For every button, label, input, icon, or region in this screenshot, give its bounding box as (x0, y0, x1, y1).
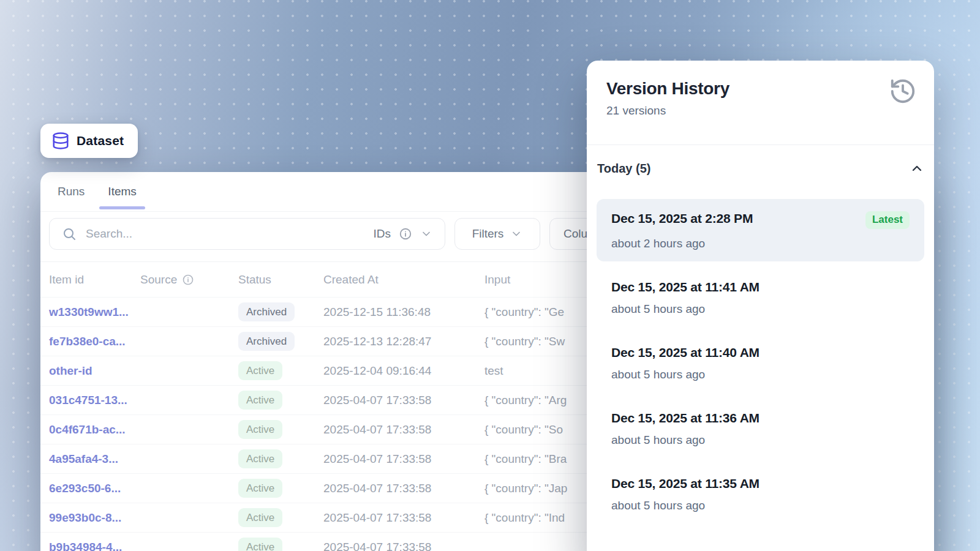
version-entry[interactable]: Dec 15, 2025 at 2:28 PM Latest about 2 h… (597, 199, 924, 261)
created-at-cell: 2025-04-07 17:33:58 (323, 423, 484, 437)
source-header-label: Source (140, 273, 177, 287)
column-header-created-at: Created At (323, 273, 484, 287)
version-entry[interactable]: Dec 15, 2025 at 11:35 AM about 5 hours a… (597, 464, 924, 523)
column-header-source: Source (140, 273, 238, 287)
version-relative-time: about 2 hours ago (611, 237, 910, 250)
info-icon (182, 274, 194, 286)
created-at-cell: 2025-12-13 12:28:47 (323, 335, 484, 348)
item-id-link[interactable]: b9b34984-4... (49, 541, 140, 551)
status-cell: Archived (238, 332, 323, 351)
created-at-cell: 2025-04-07 17:33:58 (323, 511, 484, 525)
info-icon (399, 227, 412, 241)
database-icon (51, 132, 70, 150)
ids-selector[interactable]: IDs (374, 227, 433, 241)
status-cell: Active (238, 391, 323, 410)
status-cell: Active (238, 361, 323, 380)
dataset-badge[interactable]: Dataset (40, 124, 138, 158)
version-history-panel: Version History 21 versions Today (5) De… (587, 61, 934, 551)
status-cell: Active (238, 538, 323, 551)
search-box[interactable]: IDs (49, 218, 445, 250)
filters-button[interactable]: Filters (454, 218, 540, 250)
status-badge: Active (238, 391, 282, 410)
status-badge: Active (238, 420, 282, 439)
column-header-status: Status (238, 273, 323, 287)
version-date: Dec 15, 2025 at 11:36 AM (611, 411, 760, 425)
status-badge: Archived (238, 302, 295, 321)
dataset-badge-label: Dataset (77, 133, 124, 148)
item-id-link[interactable]: w1330t9ww1... (49, 305, 140, 319)
version-entry-list: Dec 15, 2025 at 2:28 PM Latest about 2 h… (587, 176, 934, 523)
status-badge: Active (238, 508, 282, 527)
created-at-cell: 2025-04-07 17:33:58 (323, 394, 484, 407)
tab-runs-label: Runs (58, 185, 85, 198)
version-relative-time: about 5 hours ago (611, 499, 910, 512)
status-badge: Active (238, 479, 282, 498)
version-entry[interactable]: Dec 15, 2025 at 11:40 AM about 5 hours a… (597, 333, 924, 392)
history-icon (889, 77, 917, 105)
version-date: Dec 15, 2025 at 11:35 AM (611, 476, 760, 491)
version-entry[interactable]: Dec 15, 2025 at 11:36 AM about 5 hours a… (597, 399, 924, 458)
status-cell: Archived (238, 302, 323, 321)
tab-items[interactable]: Items (108, 172, 136, 211)
created-at-cell: 2025-12-04 09:16:44 (323, 364, 484, 378)
tab-items-label: Items (108, 185, 136, 198)
today-group-label: Today (5) (597, 162, 650, 176)
status-badge: Archived (238, 332, 295, 351)
version-relative-time: about 5 hours ago (611, 433, 910, 447)
status-badge: Active (238, 449, 282, 468)
item-id-link[interactable]: 031c4751-13... (49, 394, 140, 407)
created-at-cell: 2025-04-07 17:33:58 (323, 482, 484, 495)
version-count: 21 versions (606, 104, 916, 118)
created-at-cell: 2025-04-07 17:33:58 (323, 541, 484, 551)
item-id-link[interactable]: fe7b38e0-ca... (49, 335, 140, 348)
column-header-item-id: Item id (49, 273, 140, 287)
version-relative-time: about 5 hours ago (611, 302, 910, 316)
app-background: Dataset Runs Items IDs (0, 0, 980, 551)
chevron-down-icon (510, 228, 522, 240)
active-tab-underline (99, 206, 145, 209)
item-id-link[interactable]: 0c4f671b-ac... (49, 423, 140, 437)
status-badge: Active (238, 361, 282, 380)
version-entry[interactable]: Dec 15, 2025 at 11:41 AM about 5 hours a… (597, 268, 924, 327)
status-badge: Active (238, 538, 282, 551)
today-group-header[interactable]: Today (5) (587, 145, 934, 176)
ids-label: IDs (374, 227, 391, 241)
chevron-down-icon (420, 228, 432, 240)
item-id-link[interactable]: other-id (49, 364, 140, 378)
item-id-link[interactable]: 6e293c50-6... (49, 482, 140, 495)
created-at-cell: 2025-12-15 11:36:48 (323, 305, 484, 319)
status-cell: Active (238, 508, 323, 527)
search-input[interactable] (86, 227, 364, 241)
search-icon (62, 227, 77, 241)
version-date: Dec 15, 2025 at 11:40 AM (611, 345, 760, 360)
item-id-link[interactable]: 99e93b0c-8... (49, 511, 140, 525)
chevron-up-icon[interactable] (910, 161, 924, 176)
status-cell: Active (238, 449, 323, 468)
version-history-header: Version History 21 versions (587, 61, 934, 144)
version-date: Dec 15, 2025 at 11:41 AM (611, 280, 760, 294)
created-at-cell: 2025-04-07 17:33:58 (323, 452, 484, 466)
version-history-title: Version History (606, 79, 916, 99)
item-id-link[interactable]: 4a95afa4-3... (49, 452, 140, 466)
tab-runs[interactable]: Runs (58, 172, 85, 211)
status-cell: Active (238, 420, 323, 439)
latest-badge: Latest (865, 211, 910, 229)
version-date: Dec 15, 2025 at 2:28 PM (611, 211, 753, 226)
filters-label: Filters (472, 227, 504, 241)
version-relative-time: about 5 hours ago (611, 368, 910, 381)
status-cell: Active (238, 479, 323, 498)
